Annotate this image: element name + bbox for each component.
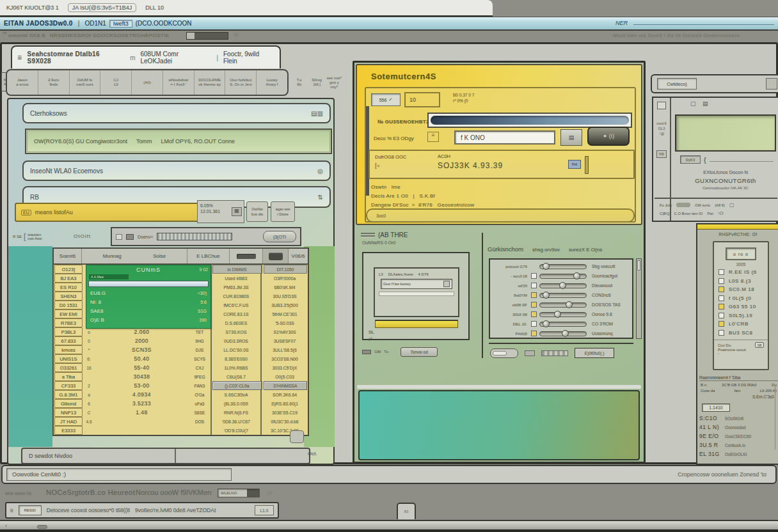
watchlist-row[interactable]: SC0.M 18 xyxy=(714,285,768,294)
resid-box[interactable]: RESID xyxy=(19,505,42,515)
chart-input[interactable]: Gew fYaw bewwy xyxy=(381,279,452,289)
option-checkbox[interactable] xyxy=(531,292,537,298)
option-slider[interactable] xyxy=(539,322,587,327)
row-label[interactable]: Gibond xyxy=(54,399,83,408)
mini-button-1[interactable]: OwNwfow dis xyxy=(246,201,268,222)
table-row[interactable]: 67.833 0 2000 9HG 0UD3.3ROS 3US8'SF07 xyxy=(54,336,308,345)
row-label[interactable]: P3BL3 xyxy=(54,327,83,336)
table-row[interactable]: NNP13 C 1.48 S6SE RNR.N(6.FS 303E'S5.C19 xyxy=(54,408,308,417)
row-label[interactable]: D0 1531 xyxy=(54,301,83,309)
version-box[interactable]: L1.0 xyxy=(255,505,274,515)
account-row[interactable]: 41 L N) Oocnoodod xyxy=(699,423,778,432)
scroll-left-arrow[interactable]: ‹ xyxy=(5,522,7,529)
calendar-icon[interactable]: ▦ xyxy=(232,207,242,216)
row-label[interactable]: 67.833 xyxy=(54,336,83,345)
selection-row[interactable]: O)E B 390 xyxy=(86,315,210,324)
watchlist-row[interactable]: G63 55 10 xyxy=(714,302,768,311)
row-checkbox[interactable] xyxy=(718,278,724,284)
row-checkbox[interactable] xyxy=(718,321,724,327)
tonvw-button[interactable]: Tonvw od xyxy=(401,347,438,357)
row-label[interactable]: O123] xyxy=(54,265,83,274)
highlight-bar[interactable]: EU means listofAu xyxy=(15,203,199,222)
table-row[interactable]: Gibond 6 3.5233 uFa3 (8L3S.0.0S9 S)RS.8S… xyxy=(54,399,308,408)
header-slot-button[interactable] xyxy=(230,249,263,263)
striped-button[interactable] xyxy=(541,350,568,356)
option-checkbox[interactable] xyxy=(531,273,537,279)
chart-input-button[interactable] xyxy=(443,281,450,287)
sub-progress-box[interactable] xyxy=(186,32,228,40)
toolbar-button[interactable]: Ooo hofstko) S. Ov or Jevi xyxy=(225,70,257,95)
quote-bar-label[interactable]: Cwtdeco) xyxy=(657,78,697,90)
table-row[interactable]: P3BL3 o 2.060 TET S73S.KOS S1%AY30S xyxy=(54,327,308,336)
slider-knob[interactable] xyxy=(566,301,573,308)
pill-button[interactable] xyxy=(490,348,518,358)
table-row[interactable]: G.8.3M1 a 4.0934 O'Ga S.6SC3f3vA SOR.3K6… xyxy=(54,390,308,399)
slider-knob[interactable] xyxy=(562,330,569,337)
col-header[interactable]: Soent6 xyxy=(54,249,82,263)
checkbox-group[interactable]: 556 ✓ xyxy=(371,93,401,106)
window-tab-menu[interactable]: Fooctr, 9wild Flein xyxy=(223,51,274,65)
option-checkbox[interactable] xyxy=(531,311,537,317)
row-checkbox[interactable] xyxy=(718,313,724,318)
account-row[interactable]: 9E E/O OooCSEDC60 xyxy=(699,432,778,441)
table-row[interactable]: UNIS1S 6: 50.40 SCYS 8.38S'E0S0 3CO3'S8.… xyxy=(54,354,308,363)
filter-control[interactable]: (3(OTI xyxy=(263,231,296,242)
toolbar-button[interactable]: Jason a smos xyxy=(7,70,38,95)
circle-icon[interactable]: O xyxy=(267,490,272,496)
slider-knob[interactable] xyxy=(543,263,550,270)
watchlist-row[interactable]: S0L5).19 xyxy=(714,311,768,320)
target-icon[interactable]: ◎ xyxy=(317,168,323,175)
account-row[interactable]: S:C1O SOuStGr8 xyxy=(699,414,778,423)
watchlist-row[interactable]: BU3 SC8 xyxy=(714,329,768,338)
slider-pill[interactable] xyxy=(676,203,690,207)
options-scrollbar[interactable] xyxy=(636,258,642,339)
option-slider[interactable] xyxy=(539,302,587,308)
toolbar-button[interactable]: CJ L0 xyxy=(100,70,132,95)
taskbar-progress[interactable]: WLELNO xyxy=(218,489,260,497)
menu-item-address[interactable]: (DCO.OODKCOON xyxy=(136,20,192,27)
row-label[interactable]: UNIS1S xyxy=(54,354,83,363)
row-label[interactable]: JT HAD xyxy=(54,417,83,426)
sort-arrows-icon[interactable]: ⇅ xyxy=(318,194,323,201)
slider-knob[interactable] xyxy=(554,311,561,318)
selection-row[interactable]: EU8.G =30) xyxy=(86,288,210,297)
option-slider[interactable] xyxy=(539,264,587,269)
selection-input[interactable] xyxy=(88,281,209,287)
watchlist-row[interactable]: L0'CRB xyxy=(714,320,768,329)
top-tab[interactable]: JA IsU(@S:3vS=T1B4J xyxy=(68,3,136,12)
vertical-slider[interactable] xyxy=(585,156,589,174)
toolbar-button[interactable]: Loowy thvwy f xyxy=(257,70,287,95)
bottom-scrollbar[interactable]: ‹ xyxy=(0,520,778,532)
selection-row[interactable]: NI: 8 5:6 xyxy=(86,297,210,306)
header-dark-button[interactable] xyxy=(263,249,289,263)
row-checkbox[interactable] xyxy=(718,269,724,275)
amount-slider[interactable] xyxy=(427,113,632,128)
row-label[interactable]: CF333 xyxy=(54,381,83,390)
checkbox-icon[interactable] xyxy=(116,234,122,240)
scroll-nub[interactable] xyxy=(290,430,304,443)
row-label[interactable]: SHEN3 xyxy=(54,292,83,301)
device-header-icons[interactable]: ▢ ▤ xyxy=(690,100,711,107)
row-label[interactable]: kmoss xyxy=(54,345,83,354)
selection-row[interactable]: SAE8 S1G xyxy=(86,306,210,315)
menu-item-odin[interactable]: OD1N1 xyxy=(84,20,106,27)
rate-box[interactable]: 6.05% 12.01.361 ▦ xyxy=(197,200,244,223)
toolbar-button[interactable]: (A0) xyxy=(132,70,163,95)
taskbar-item-1[interactable]: NOCeSrgtotrB.co Heureot xyxy=(46,489,135,496)
green-selection[interactable]: CUNmS 9 02 A.A.Maw EU8.G =30) NI: 8 5:6 xyxy=(86,265,211,329)
row-label[interactable]: EW EMI xyxy=(54,309,83,318)
option-checkbox[interactable] xyxy=(531,302,537,308)
row-label[interactable]: NNP13 xyxy=(54,408,83,417)
col-header[interactable]: Soise xyxy=(153,253,166,259)
watchlist-row[interactable]: f 0L(5 (0 xyxy=(714,294,768,303)
watchlist-row[interactable]: L0S 8.(3 xyxy=(714,277,768,286)
grid-icon[interactable]: ▤▥ xyxy=(311,110,323,117)
slider-track[interactable] xyxy=(431,116,629,125)
bar-icon[interactable] xyxy=(362,350,371,354)
options-button[interactable]: ▤ xyxy=(560,129,582,146)
row-checkbox[interactable] xyxy=(718,295,724,301)
slider-knob[interactable] xyxy=(543,320,550,327)
order-input[interactable] xyxy=(454,130,555,145)
radio-circle-icon[interactable]: O xyxy=(234,32,239,38)
submit-button[interactable]: ✦ (I) xyxy=(587,127,630,146)
